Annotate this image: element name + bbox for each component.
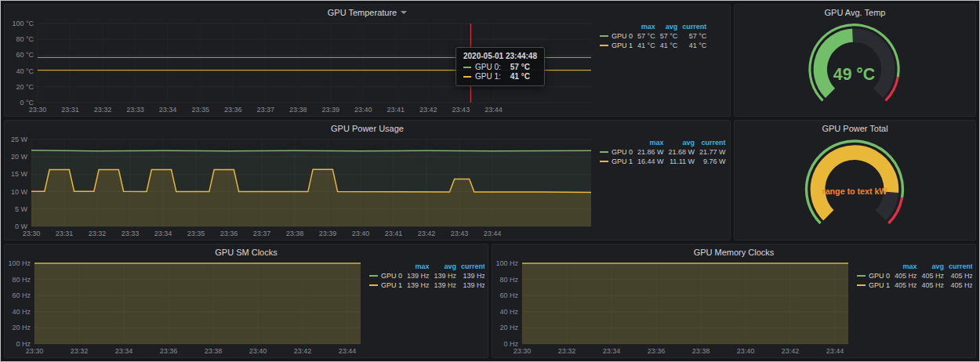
legend-series-name[interactable]: GPU 1: [612, 157, 633, 165]
legend-value: 405 Hz: [892, 281, 920, 290]
legend-series-name[interactable]: GPU 0: [381, 272, 402, 280]
x-axis-tick-label: 23:34: [603, 347, 621, 355]
x-axis-tick-label: 23:32: [89, 230, 107, 237]
x-axis-tick-label: 23:41: [385, 230, 403, 237]
panel-body: 0 Hz20 Hz40 Hz60 Hz80 Hz100 Hz23:3023:32…: [492, 259, 975, 357]
series-area: [34, 263, 361, 344]
panel-title-text: GPU SM Clocks: [215, 248, 277, 257]
y-axis-tick-label: 40 Hz: [499, 308, 518, 316]
dashboard-row: GPU Temperature 0 °C20 °C40 °C60 °C80 °C…: [4, 4, 976, 117]
series-color-icon: [600, 45, 608, 46]
x-axis-tick-label: 23:41: [387, 106, 405, 114]
legend-row: GPU 057 °C57 °C57 °C: [597, 31, 709, 41]
legend-value: 9.76 W: [697, 157, 727, 166]
legend-header-max[interactable]: max: [635, 138, 666, 147]
y-axis-tick-label: 15 W: [11, 170, 28, 178]
legend-series-name[interactable]: GPU 0: [612, 148, 633, 156]
panel-gpu-temperature: GPU Temperature 0 °C20 °C40 °C60 °C80 °C…: [4, 4, 731, 117]
x-axis-tick-label: 23:37: [256, 106, 274, 114]
series-color-icon: [600, 35, 608, 37]
legend-header-max[interactable]: max: [892, 262, 920, 271]
panel-title-gpu-power-usage[interactable]: GPU Power Usage: [5, 121, 730, 136]
legend-series-name[interactable]: GPU 1: [869, 281, 890, 289]
series-color-icon: [369, 275, 378, 277]
panel-body: range to text kW: [735, 136, 975, 239]
x-axis-tick-label: 23:36: [648, 347, 666, 355]
x-axis-tick-label: 23:42: [782, 347, 800, 355]
x-axis-tick-label: 23:30: [26, 347, 44, 355]
legend-row: GPU 1405 Hz405 Hz405 Hz: [855, 281, 972, 290]
tooltip-series-value: 41 °C: [510, 72, 530, 81]
panel-title-gpu-memory-clocks[interactable]: GPU Memory Clocks: [492, 244, 975, 259]
panel-title-gpu-sm-clocks[interactable]: GPU SM Clocks: [5, 244, 488, 259]
x-axis-tick-label: 23:31: [56, 230, 74, 237]
panel-title-gpu-temperature[interactable]: GPU Temperature: [5, 5, 730, 20]
legend-value: 405 Hz: [946, 271, 972, 281]
y-axis-tick-label: 100 °C: [12, 20, 34, 27]
panel-gpu-sm-clocks: GPU SM Clocks 0 Hz20 Hz40 Hz60 Hz80 Hz10…: [4, 244, 488, 358]
legend-value: 21.86 W: [635, 147, 666, 157]
legend-header-current[interactable]: current: [697, 138, 727, 147]
x-axis-tick-label: 23:34: [115, 347, 133, 355]
legend-header-max[interactable]: max: [635, 22, 658, 31]
legend-series-name[interactable]: GPU 0: [612, 32, 633, 40]
x-axis-tick-label: 23:32: [71, 347, 89, 355]
x-axis-tick-label: 23:44: [484, 230, 502, 237]
y-axis-tick-label: 40 Hz: [12, 308, 31, 316]
legend-header-avg[interactable]: avg: [658, 22, 681, 31]
x-axis-tick-label: 23:43: [452, 106, 470, 114]
legend-header-avg[interactable]: avg: [432, 262, 459, 271]
gpu-sm-clocks-chart[interactable]: 0 Hz20 Hz40 Hz60 Hz80 Hz100 Hz23:3023:32…: [6, 259, 367, 356]
gauge-value: range to text kW: [822, 186, 887, 196]
legend-value: 11.11 W: [666, 157, 698, 166]
x-axis-tick-label: 23:32: [94, 106, 112, 114]
legend-header-current[interactable]: current: [680, 22, 709, 31]
legend-series-name[interactable]: GPU 0: [869, 272, 890, 280]
gpu-power-total-gauge: range to text kW: [781, 137, 928, 237]
dashboard-row: GPU Power Usage 0 W5 W10 W15 W20 W25 W23…: [4, 120, 976, 241]
x-axis-tick-label: 23:31: [61, 106, 79, 114]
x-axis-tick-label: 23:35: [191, 106, 209, 114]
tooltip-series-name: GPU 1:: [475, 72, 501, 81]
gpu-avg-temp-gauge: 49 °C: [786, 21, 922, 114]
legend-row: GPU 1139 Hz139 Hz139 Hz: [367, 281, 485, 290]
y-axis-tick-label: 20 °C: [16, 83, 34, 91]
x-axis-tick-label: 23:38: [692, 347, 710, 355]
x-axis-tick-label: 23:44: [485, 106, 503, 114]
x-axis-tick-label: 23:38: [205, 347, 223, 355]
grafana-dashboard: GPU Temperature 0 °C20 °C40 °C60 °C80 °C…: [0, 0, 980, 362]
panel-body: 0 Hz20 Hz40 Hz60 Hz80 Hz100 Hz23:3023:32…: [5, 259, 488, 357]
series-area: [522, 263, 848, 344]
legend-series-name[interactable]: GPU 1: [612, 42, 633, 49]
series-color-icon: [463, 67, 471, 68]
legend-value: 405 Hz: [946, 281, 972, 290]
y-axis-tick-label: 5 W: [15, 205, 28, 213]
gpu-power-usage-chart[interactable]: 0 W5 W10 W15 W20 W25 W23:3023:3123:3223:…: [6, 136, 597, 238]
legend-header-current[interactable]: current: [459, 262, 485, 271]
legend-value: 41 °C: [680, 41, 709, 50]
legend-series-name[interactable]: GPU 1: [381, 281, 402, 289]
legend-header-max[interactable]: max: [405, 262, 432, 271]
x-axis-tick-label: 23:36: [220, 230, 238, 237]
legend-value: 139 Hz: [432, 271, 459, 281]
y-axis-tick-label: 20 Hz: [499, 324, 518, 331]
panel-title-gpu-power-total[interactable]: GPU Power Total: [735, 121, 975, 136]
y-axis-tick-label: 60 Hz: [499, 291, 518, 299]
x-axis-tick-label: 23:42: [418, 230, 436, 237]
legend-header-avg[interactable]: avg: [920, 262, 947, 271]
legend-header-current[interactable]: current: [946, 262, 972, 271]
legend-value: 405 Hz: [920, 281, 947, 290]
gpu-memory-clocks-chart[interactable]: 0 Hz20 Hz40 Hz60 Hz80 Hz100 Hz23:3023:32…: [494, 259, 855, 356]
x-axis-tick-label: 23:34: [154, 230, 172, 237]
gpu-sm-clocks-legend: maxavgcurrentGPU 0139 Hz139 Hz139 HzGPU …: [367, 259, 485, 357]
x-axis-tick-label: 23:34: [159, 106, 177, 114]
x-axis-tick-label: 23:44: [826, 347, 844, 355]
y-axis-tick-label: 60 °C: [16, 51, 34, 59]
panel-title-gpu-avg-temp[interactable]: GPU Avg. Temp: [735, 5, 975, 20]
series-color-icon: [369, 284, 378, 286]
y-axis-tick-label: 10 W: [11, 188, 28, 196]
legend-header-avg[interactable]: avg: [666, 138, 698, 147]
panel-gpu-avg-temp: GPU Avg. Temp 49 °C: [734, 4, 976, 117]
series-color-icon: [600, 161, 608, 162]
gpu-temperature-legend: maxavgcurrentGPU 057 °C57 °C57 °CGPU 141…: [597, 20, 727, 115]
